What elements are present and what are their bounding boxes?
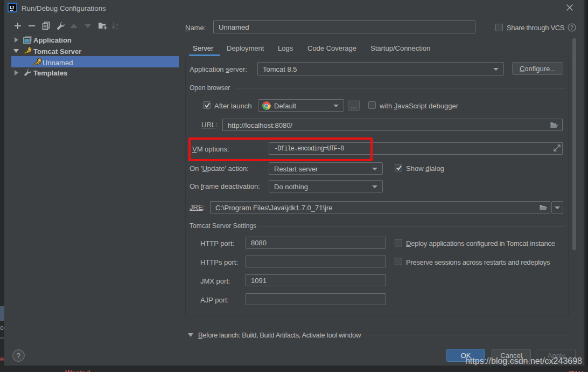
svg-text:?: ? <box>570 25 573 31</box>
svg-text:z: z <box>116 26 118 30</box>
svg-text:IJ: IJ <box>10 4 14 10</box>
svg-text:?: ? <box>17 352 20 360</box>
